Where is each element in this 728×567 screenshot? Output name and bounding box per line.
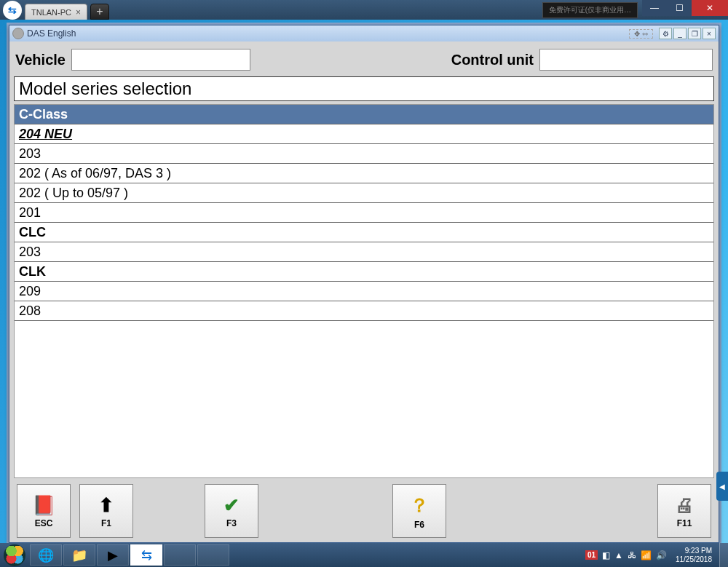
- taskbar-explorer[interactable]: 📁: [63, 544, 95, 566]
- app-title: DAS English: [27, 28, 76, 39]
- esc-button[interactable]: 📕 ESC: [17, 484, 71, 538]
- fkey-label: F1: [101, 518, 111, 528]
- remote-desktop: DAS English ✥ ⇿ ⚙ _ ❐ × Vehicle Control …: [0, 20, 728, 543]
- list-item[interactable]: 204 NEU: [15, 124, 713, 144]
- close-button[interactable]: ✕: [692, 0, 728, 16]
- up-arrow-icon: ⬆: [98, 494, 114, 517]
- model-series-list[interactable]: C-Class204 NEU203202 ( As of 06/97, DAS …: [14, 104, 714, 478]
- f3-button[interactable]: ✔ F3: [205, 484, 258, 538]
- close-icon[interactable]: ×: [76, 7, 81, 17]
- fkey-label: F11: [677, 518, 692, 528]
- list-item[interactable]: 208: [15, 301, 713, 321]
- tray-icon[interactable]: ◧: [602, 550, 610, 560]
- mercedes-icon: [12, 28, 24, 39]
- taskbar-media[interactable]: ▶: [97, 544, 129, 566]
- list-item[interactable]: 202 ( As of 06/97, DAS 3 ): [15, 164, 713, 183]
- header-row: Vehicle Control unit: [14, 46, 714, 74]
- list-item[interactable]: CLC: [15, 223, 713, 242]
- system-tray[interactable]: 01 ◧ ▲ 🖧 📶 🔊 9:23 PM 11/25/2018: [582, 547, 719, 564]
- inner-minimize-button[interactable]: _: [673, 28, 687, 39]
- exit-icon: 📕: [32, 494, 55, 517]
- das-titlebar[interactable]: DAS English ✥ ⇿ ⚙ _ ❐ ×: [9, 25, 719, 41]
- maximize-button[interactable]: ☐: [667, 0, 692, 16]
- date-text: 11/25/2018: [676, 555, 712, 564]
- time-text: 9:23 PM: [676, 547, 712, 555]
- control-unit-field[interactable]: [539, 49, 713, 71]
- check-icon: ✔: [223, 494, 240, 517]
- signal-icon[interactable]: 📶: [641, 550, 652, 560]
- fkey-label: F6: [414, 520, 424, 530]
- teamviewer-logo-icon: ⇆: [3, 1, 22, 20]
- move-handle-icon[interactable]: ✥ ⇿: [629, 29, 653, 39]
- list-item[interactable]: 209: [15, 282, 713, 301]
- lang-indicator[interactable]: 01: [585, 550, 598, 560]
- taskbar-ie[interactable]: 🌐: [30, 544, 62, 566]
- tab-label: TNLAN-PC: [31, 8, 71, 17]
- windows-taskbar: 🌐 📁 ▶ ⇆ 01 ◧ ▲ 🖧 📶 🔊 9:23 PM 11/25/2018: [0, 543, 728, 567]
- fkey-label: F3: [226, 518, 237, 528]
- taskbar-app2[interactable]: [197, 544, 229, 566]
- license-status: 免费许可证(仅非商业用…: [542, 2, 638, 18]
- vehicle-field[interactable]: [71, 49, 250, 71]
- list-item[interactable]: 203: [15, 242, 713, 262]
- section-title: Model series selection: [14, 76, 714, 101]
- list-item[interactable]: C-Class: [15, 105, 713, 124]
- fkey-label: ESC: [35, 518, 53, 528]
- function-key-row: 📕 ESC ⬆ F1 ✔ F3 ？ F6: [14, 481, 714, 538]
- list-item[interactable]: 202 ( Up to 05/97 ): [15, 183, 713, 203]
- volume-icon[interactable]: 🔊: [656, 550, 667, 560]
- teamviewer-titlebar: ⇆ TNLAN-PC × + 免费许可证(仅非商业用… — ☐ ✕: [0, 0, 728, 20]
- inner-close-button[interactable]: ×: [703, 28, 716, 39]
- vehicle-label: Vehicle: [15, 52, 66, 68]
- printer-icon: 🖨: [675, 494, 694, 517]
- start-button[interactable]: [0, 543, 29, 567]
- teamviewer-side-tab[interactable]: ◀: [716, 472, 728, 501]
- network-icon[interactable]: 🖧: [628, 550, 636, 560]
- control-unit-label: Control unit: [451, 52, 534, 68]
- show-desktop-button[interactable]: [719, 543, 728, 567]
- add-tab-button[interactable]: +: [90, 4, 109, 20]
- f1-button[interactable]: ⬆ F1: [79, 484, 133, 538]
- taskbar-teamviewer[interactable]: ⇆: [130, 544, 162, 566]
- flag-icon[interactable]: ▲: [614, 550, 623, 560]
- taskbar-app[interactable]: [164, 544, 196, 566]
- f11-button[interactable]: 🖨 F11: [657, 484, 711, 538]
- list-item[interactable]: 203: [15, 144, 713, 164]
- minimize-button[interactable]: —: [642, 0, 667, 16]
- clock[interactable]: 9:23 PM 11/25/2018: [671, 547, 716, 564]
- inner-restore-button[interactable]: ❐: [688, 28, 701, 39]
- list-item[interactable]: 201: [15, 203, 713, 223]
- gear-icon[interactable]: ⚙: [659, 28, 672, 39]
- list-item[interactable]: CLK: [15, 262, 713, 282]
- help-icon: ？: [410, 493, 429, 518]
- das-window: DAS English ✥ ⇿ ⚙ _ ❐ × Vehicle Control …: [9, 25, 719, 543]
- remote-tab[interactable]: TNLAN-PC ×: [25, 4, 87, 20]
- f6-button[interactable]: ？ F6: [392, 484, 446, 538]
